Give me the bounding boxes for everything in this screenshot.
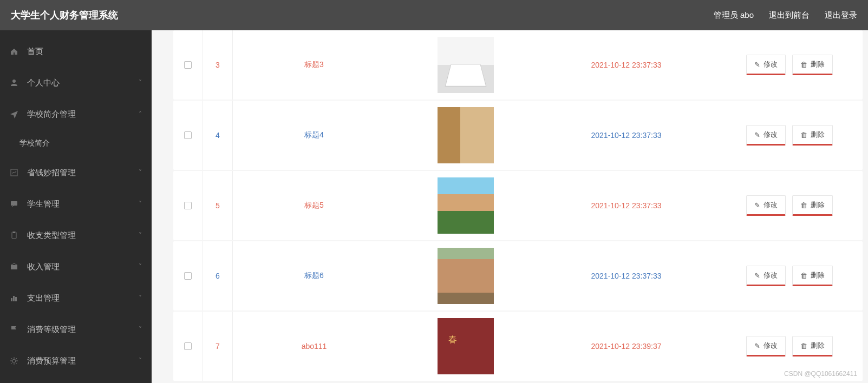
sidebar-item-7[interactable]: 收入管理˅ (0, 251, 152, 282)
row-picture-cell (395, 37, 536, 93)
sidebar-item-10[interactable]: 消费预算管理˅ (0, 345, 152, 377)
edit-icon: ✎ (754, 131, 760, 139)
delete-label: 删除 (811, 60, 825, 69)
sidebar-item-label: 省钱妙招管理 (27, 168, 76, 178)
chevron-up-icon: ˄ (139, 110, 142, 118)
edit-button[interactable]: ✎ 修改 (746, 266, 786, 286)
chevron-down-icon: ˅ (139, 169, 142, 176)
row-checkbox[interactable] (184, 272, 192, 280)
row-time: 2021-10-12 23:37:33 (536, 131, 716, 140)
delete-label: 删除 (811, 200, 825, 210)
sidebar-item-label: 学校简介管理 (27, 109, 76, 120)
sidebar-item-label: 消费预算管理 (27, 356, 76, 366)
edit-label: 修改 (763, 270, 778, 280)
delete-button[interactable]: 🗑 删除 (792, 125, 833, 146)
row-checkbox-cell (173, 171, 203, 240)
row-title: abo111 (233, 342, 395, 351)
logout-button[interactable]: 退出登录 (825, 10, 857, 21)
edit-button[interactable]: ✎ 修改 (746, 55, 786, 75)
svg-point-9 (12, 359, 16, 362)
chevron-down-icon: ˅ (139, 357, 142, 365)
main-content: 3 标题3 2021-10-12 23:37:33 ✎ 修改 🗑 删除 4 标题… (152, 30, 868, 383)
row-checkbox[interactable] (184, 131, 192, 139)
data-table: 3 标题3 2021-10-12 23:37:33 ✎ 修改 🗑 删除 4 标题… (173, 30, 863, 381)
delete-button[interactable]: 🗑 删除 (792, 266, 833, 286)
row-checkbox[interactable] (184, 342, 192, 350)
sidebar-item-0[interactable]: 首页 (0, 36, 152, 67)
edit-button[interactable]: ✎ 修改 (746, 336, 786, 356)
row-actions: ✎ 修改 🗑 删除 (716, 266, 863, 286)
gear-icon (10, 356, 22, 365)
svg-rect-5 (11, 265, 17, 269)
delete-button[interactable]: 🗑 删除 (792, 55, 833, 75)
edit-icon: ✎ (754, 61, 760, 69)
send-icon (10, 110, 22, 118)
row-time: 2021-10-12 23:37:33 (536, 272, 716, 280)
delete-button[interactable]: 🗑 删除 (792, 336, 833, 356)
sidebar-item-label: 消费等级管理 (27, 325, 76, 335)
row-title: 标题3 (233, 60, 395, 70)
sidebar-item-2[interactable]: 学校简介管理˄ (0, 98, 152, 130)
row-actions: ✎ 修改 🗑 删除 (716, 125, 863, 146)
flag-icon (10, 325, 22, 334)
user-icon (10, 78, 22, 87)
edit-label: 修改 (763, 341, 778, 351)
row-thumbnail (438, 318, 494, 374)
sidebar-item-label: 学校简介 (19, 138, 50, 148)
row-time: 2021-10-12 23:37:33 (536, 201, 716, 210)
trash-icon: 🗑 (800, 201, 807, 209)
row-checkbox-cell (173, 312, 203, 381)
sidebar-item-5[interactable]: 学生管理˅ (0, 188, 152, 220)
sidebar-item-4[interactable]: 省钱妙招管理˅ (0, 157, 152, 188)
row-thumbnail (438, 248, 494, 304)
svg-rect-2 (11, 201, 17, 206)
sidebar-item-1[interactable]: 个人中心˅ (0, 67, 152, 98)
chart-icon (10, 168, 22, 177)
row-picture-cell (395, 318, 536, 374)
row-title: 标题4 (233, 130, 395, 140)
row-checkbox[interactable] (184, 202, 192, 209)
sidebar-item-9[interactable]: 消费等级管理˅ (0, 314, 152, 345)
exit-front-button[interactable]: 退出到前台 (769, 10, 810, 21)
edit-button[interactable]: ✎ 修改 (746, 195, 786, 216)
sidebar-item-label: 收入管理 (27, 262, 60, 272)
trash-icon: 🗑 (800, 342, 807, 350)
home-icon (10, 47, 22, 56)
row-picture-cell (395, 177, 536, 234)
row-checkbox[interactable] (184, 61, 192, 69)
user-label[interactable]: 管理员 abo (714, 10, 754, 21)
delete-button[interactable]: 🗑 删除 (792, 195, 833, 216)
edit-label: 修改 (763, 130, 778, 140)
table-row: 4 标题4 2021-10-12 23:37:33 ✎ 修改 🗑 删除 (173, 101, 863, 170)
table-row: 7 abo111 2021-10-12 23:39:37 ✎ 修改 🗑 删除 (173, 312, 863, 381)
header-right: 管理员 abo 退出到前台 退出登录 (714, 10, 857, 21)
delete-label: 删除 (811, 130, 825, 140)
sidebar: 首页 个人中心˅ 学校简介管理˄ 学校简介 省钱妙招管理˅ 学生管理˅ 收支类型… (0, 30, 152, 383)
sidebar-item-label: 支出管理 (27, 293, 60, 303)
sidebar-item-label: 首页 (27, 47, 43, 57)
box-icon (10, 262, 22, 271)
edit-icon: ✎ (754, 342, 760, 350)
row-checkbox-cell (173, 101, 203, 170)
sidebar-sub-item[interactable]: 学校简介 (0, 130, 152, 157)
chevron-down-icon: ˅ (139, 263, 142, 270)
sidebar-item-6[interactable]: 收支类型管理˅ (0, 220, 152, 251)
row-actions: ✎ 修改 🗑 删除 (716, 336, 863, 356)
edit-button[interactable]: ✎ 修改 (746, 125, 786, 146)
row-thumbnail (438, 177, 494, 234)
row-picture-cell (395, 248, 536, 304)
msg-icon (10, 200, 22, 208)
chevron-down-icon: ˅ (139, 200, 142, 208)
sidebar-item-8[interactable]: 支出管理˅ (0, 282, 152, 314)
row-picture-cell (395, 107, 536, 163)
row-title: 标题6 (233, 271, 395, 281)
delete-label: 删除 (811, 341, 825, 351)
app-title: 大学生个人财务管理系统 (11, 9, 118, 22)
bar-icon (10, 294, 22, 302)
chevron-down-icon: ˅ (139, 326, 142, 333)
table-row: 6 标题6 2021-10-12 23:37:33 ✎ 修改 🗑 删除 (173, 241, 863, 311)
row-id: 5 (203, 171, 233, 240)
row-thumbnail (438, 107, 494, 163)
trash-icon: 🗑 (800, 61, 807, 69)
edit-label: 修改 (763, 200, 778, 210)
